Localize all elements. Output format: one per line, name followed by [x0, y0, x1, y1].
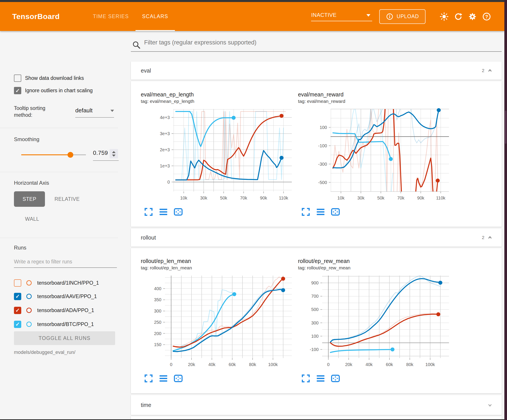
svg-text:20k: 20k	[188, 362, 195, 367]
refresh-icon[interactable]	[454, 12, 463, 21]
svg-text:80k: 80k	[406, 362, 414, 367]
svg-text:3e+3: 3e+3	[160, 131, 170, 136]
svg-text:70k: 70k	[397, 195, 404, 200]
section-header-eval[interactable]: eval 2	[131, 62, 502, 80]
expand-chart-icon[interactable]	[301, 207, 311, 217]
svg-text:30k: 30k	[357, 195, 365, 200]
chart-card-mean-ep-length: eval/mean_ep_length tag: eval/mean_ep_le…	[141, 91, 298, 227]
divider	[0, 172, 118, 172]
chart-title: rollout/ep_len_mean	[141, 258, 298, 264]
tooltip-sorting-dropdown[interactable]: default	[75, 107, 114, 114]
svg-text:20k: 20k	[345, 362, 352, 367]
page-scrollbar[interactable]	[504, 0, 507, 420]
svg-text:300: 300	[154, 309, 162, 313]
show-download-links-checkbox[interactable]: ✓	[14, 75, 21, 82]
chevron-down-icon	[111, 110, 114, 112]
check-icon: ✓	[15, 308, 20, 313]
chart-tag: tag: eval/mean_ep_length	[141, 98, 298, 104]
ignore-outliers-row[interactable]: ✓ Ignore outliers in chart scaling	[14, 87, 93, 94]
axis-step-button[interactable]: STEP	[14, 191, 45, 207]
horizontal-axis-label: Horizontal Axis	[14, 180, 49, 186]
run-color-circle	[26, 322, 32, 327]
smoothing-stepper[interactable]	[110, 149, 118, 158]
help-icon[interactable]: ?	[482, 12, 491, 21]
smoothing-label: Smoothing	[14, 136, 39, 142]
run-color-circle	[26, 294, 32, 299]
settings-sidebar: ✓ Show data download links ✓ Ignore outl…	[0, 31, 120, 419]
ignore-outliers-checkbox[interactable]: ✓	[14, 87, 21, 94]
section-count: 2	[482, 235, 484, 240]
smoothing-value-field[interactable]: 0.759	[93, 150, 118, 156]
run-row-aave[interactable]: ✓ tensorboard/AAVE/PPO_1	[14, 291, 118, 302]
status-dropdown[interactable]: INACTIVE	[311, 12, 372, 21]
toggle-y-axis-icon[interactable]	[158, 373, 169, 384]
show-download-links-row[interactable]: ✓ Show data download links	[14, 75, 84, 82]
svg-text:110k: 110k	[279, 195, 289, 200]
svg-text:50k: 50k	[220, 195, 227, 200]
fit-domain-icon[interactable]	[173, 207, 183, 217]
svg-text:110k: 110k	[436, 195, 446, 200]
line-chart[interactable]: 10k30k50k70k90k110k100-100-300-500	[298, 106, 455, 205]
toggle-y-axis-icon[interactable]	[158, 207, 169, 217]
svg-text:90k: 90k	[417, 195, 424, 200]
line-chart[interactable]: 10k30k50k70k90k110k01e+32e+33e+34e+3	[141, 106, 298, 205]
chevron-up-icon[interactable]	[487, 234, 493, 241]
tab-scalars[interactable]: SCALARS	[135, 2, 175, 31]
run-row-btc[interactable]: ✓ tensorboard/BTC/PPO_1	[14, 319, 118, 330]
tag-filter-input[interactable]	[144, 39, 498, 46]
run-row-1inch[interactable]: ✓ tensorboard/1INCH/PPO_1	[14, 278, 118, 288]
stepper-down-icon[interactable]	[112, 155, 116, 157]
toggle-all-runs-button[interactable]: TOGGLE ALL RUNS	[14, 331, 115, 345]
axis-relative-button[interactable]: RELATIVE	[53, 191, 81, 207]
runs-filter	[14, 259, 117, 268]
svg-text:50k: 50k	[377, 195, 385, 200]
run-checkbox[interactable]: ✓	[14, 293, 21, 300]
fit-domain-icon[interactable]	[330, 207, 340, 217]
tab-time-series[interactable]: TIME SERIES	[86, 2, 135, 31]
run-color-circle	[26, 308, 32, 313]
section-header-rollout[interactable]: rollout 2	[131, 228, 502, 247]
slider-knob[interactable]	[68, 152, 73, 158]
settings-gear-icon[interactable]	[468, 12, 477, 21]
tooltip-sorting-label: Tooltip sorting method:	[14, 105, 63, 118]
expand-chart-icon[interactable]	[301, 373, 311, 384]
upload-button[interactable]: UPLOAD	[379, 9, 426, 24]
scrollbar-thumb[interactable]	[505, 110, 507, 144]
section-name: rollout	[141, 234, 156, 241]
expand-chart-icon[interactable]	[143, 207, 154, 217]
status-value: INACTIVE	[311, 12, 372, 21]
section-body-rollout: rollout/ep_len_mean tag: rollout/ep_len_…	[131, 248, 502, 393]
chart-title: eval/mean_ep_length	[141, 91, 298, 98]
run-checkbox[interactable]: ✓	[14, 279, 21, 287]
toggle-y-axis-icon[interactable]	[316, 373, 326, 384]
svg-text:10k: 10k	[180, 195, 188, 200]
fit-domain-icon[interactable]	[173, 373, 183, 384]
svg-text:150: 150	[154, 342, 162, 347]
runs-filter-input[interactable]	[14, 259, 117, 268]
chevron-down-icon[interactable]	[487, 402, 493, 408]
svg-text:60k: 60k	[386, 362, 393, 367]
stepper-up-icon[interactable]	[112, 151, 116, 153]
svg-text:200: 200	[154, 331, 162, 336]
expand-chart-icon[interactable]	[143, 373, 154, 384]
smoothing-slider[interactable]	[21, 152, 86, 158]
line-chart[interactable]: 020k40k60k80k100k150200250300350400	[141, 273, 298, 371]
run-checkbox[interactable]: ✓	[14, 321, 21, 328]
chevron-up-icon[interactable]	[487, 67, 493, 74]
svg-text:0: 0	[327, 362, 330, 367]
section-name: time	[141, 402, 151, 408]
divider	[0, 128, 118, 128]
section-header-time[interactable]: time	[131, 395, 502, 415]
section-count: 2	[482, 68, 484, 73]
toggle-y-axis-icon[interactable]	[316, 207, 326, 217]
fit-domain-icon[interactable]	[330, 373, 340, 384]
line-chart[interactable]: 020k40k60k80k100k-100100300500700900	[298, 273, 455, 371]
axis-wall-button[interactable]: WALL	[22, 213, 42, 225]
brightness-icon[interactable]	[440, 12, 449, 21]
svg-text:70k: 70k	[240, 195, 247, 200]
svg-text:90k: 90k	[260, 195, 267, 200]
upload-label: UPLOAD	[396, 14, 419, 20]
run-checkbox[interactable]: ✓	[14, 307, 21, 314]
search-icon	[132, 41, 141, 49]
run-row-ada[interactable]: ✓ tensorboard/ADA/PPO_1	[14, 305, 118, 316]
